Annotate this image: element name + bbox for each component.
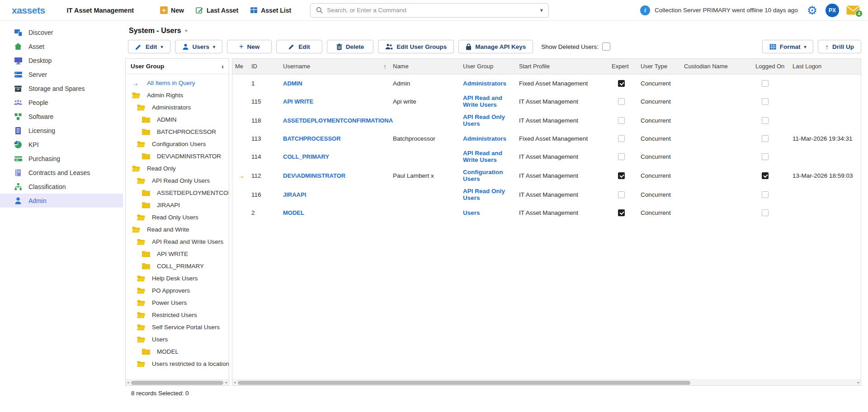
col-name[interactable]: Name	[393, 59, 463, 74]
logged-on-checkbox[interactable]	[762, 135, 769, 142]
tree-item[interactable]: Restricted Users	[126, 309, 229, 321]
new-button[interactable]: + New	[160, 6, 184, 14]
tree-item[interactable]: JIRAAPI	[126, 199, 229, 211]
sidebar-item-storage-and-spares[interactable]: Storage and Spares	[0, 81, 123, 95]
logged-on-checkbox[interactable]	[762, 191, 769, 198]
user-group-link[interactable]: API Read and Write Users	[463, 147, 519, 166]
tree-item-all-items-in-query[interactable]: →All Items in Query	[126, 77, 229, 89]
drill-up-button[interactable]: ↑ Drill Up	[818, 40, 861, 53]
edit-user-groups-button[interactable]: Edit User Groups	[378, 40, 454, 53]
tree-item[interactable]: Users	[126, 333, 229, 346]
expert-checkbox[interactable]	[618, 80, 625, 87]
sidebar-item-asset[interactable]: Asset	[0, 39, 123, 53]
expert-checkbox[interactable]	[618, 98, 625, 105]
logged-on-checkbox[interactable]	[762, 80, 769, 87]
expert-checkbox[interactable]	[618, 172, 625, 179]
sidebar-item-server[interactable]: Server	[0, 67, 123, 81]
tree-item[interactable]: BATCHPROCESSOR	[126, 126, 229, 138]
expert-checkbox[interactable]	[618, 153, 625, 160]
expert-checkbox[interactable]	[618, 135, 625, 142]
tree-item[interactable]: PO Approvers	[126, 284, 229, 297]
logged-on-checkbox[interactable]	[762, 153, 769, 160]
table-row[interactable]: 114 COLL_PRIMARY API Read and Write User…	[232, 147, 861, 166]
tree-item[interactable]: COLL_PRIMARY	[126, 260, 229, 272]
col-last-logon[interactable]: Last Logon	[793, 59, 860, 74]
scrollbar-thumb[interactable]	[131, 381, 223, 385]
expert-checkbox[interactable]	[618, 191, 625, 198]
col-user-group[interactable]: User Group	[463, 59, 519, 74]
tree-item[interactable]: Admin Rights	[126, 89, 229, 101]
tree-item[interactable]: Administrators	[126, 101, 229, 114]
col-logged-on[interactable]: Logged On	[755, 59, 793, 74]
last-asset-button[interactable]: Last Asset	[196, 6, 238, 14]
user-group-link[interactable]: Administrators	[463, 77, 519, 90]
tree-horizontal-scrollbar[interactable]: ◂▸	[126, 379, 229, 385]
asset-list-button[interactable]: Asset List	[250, 6, 291, 14]
collapse-panel-icon[interactable]: ‹	[222, 62, 224, 70]
tree-item[interactable]: MODEL	[126, 346, 229, 358]
col-id[interactable]: ID	[251, 59, 283, 74]
table-row[interactable]: 1 ADMIN Admin Administrators Fixed Asset…	[232, 75, 861, 92]
col-start-profile[interactable]: Start Profile	[519, 59, 612, 74]
username-link[interactable]: MODEL	[283, 207, 393, 219]
sidebar-item-licensing[interactable]: Licensing	[0, 123, 123, 137]
tree-item[interactable]: Power Users	[126, 297, 229, 309]
gear-icon[interactable]: ⚙	[807, 5, 817, 16]
tree-item[interactable]: API WRITE	[126, 248, 229, 260]
scrollbar-thumb[interactable]	[238, 381, 690, 385]
table-row[interactable]: 113 BATCHPROCESSOR Batchprocessor Admini…	[232, 130, 861, 147]
chevron-down-icon[interactable]: ▾	[185, 28, 188, 34]
avatar[interactable]: PX	[826, 4, 839, 17]
col-user-type[interactable]: User Type	[641, 59, 684, 74]
expert-checkbox[interactable]	[618, 209, 625, 216]
grid-horizontal-scrollbar[interactable]: ◂▸	[232, 379, 861, 385]
tree-item[interactable]: DEV\ADMINISTRATOR	[126, 150, 229, 162]
edit-menu-button[interactable]: Edit ▾	[128, 40, 170, 53]
table-row[interactable]: 2 MODEL Users IT Asset Management Concur…	[232, 204, 861, 221]
logged-on-checkbox[interactable]	[762, 172, 769, 179]
table-row-current-user[interactable]: → 112 DEV\ADMINISTRATOR Paul Lambert x C…	[232, 166, 861, 185]
username-link[interactable]: DEV\ADMINISTRATOR	[283, 170, 393, 182]
manage-api-keys-button[interactable]: Manage API Keys	[458, 40, 533, 53]
col-username[interactable]: Username ↑	[283, 59, 393, 74]
sidebar-item-desktop[interactable]: Desktop	[0, 53, 123, 67]
edit-button[interactable]: Edit	[276, 40, 322, 53]
tree-item[interactable]: Help Desk Users	[126, 272, 229, 284]
user-group-link[interactable]: Configuration Users	[463, 166, 519, 185]
sidebar-item-discover[interactable]: Discover	[0, 25, 123, 39]
tree-item[interactable]: ASSETDEPLOYMENTCONFIRMATIONACC	[126, 187, 229, 199]
username-link[interactable]: COLL_PRIMARY	[283, 151, 393, 163]
format-button[interactable]: Format ▾	[762, 40, 814, 53]
tree-item[interactable]: ADMIN	[126, 114, 229, 126]
sidebar-item-kpi[interactable]: KPI	[0, 137, 123, 152]
sidebar-item-software[interactable]: Software	[0, 109, 123, 123]
new-button[interactable]: + New	[227, 40, 272, 53]
table-row[interactable]: 116 JIRAAPI API Read Only Users IT Asset…	[232, 185, 861, 204]
command-search[interactable]: ▾	[310, 3, 549, 18]
tree-item[interactable]: Configuration Users	[126, 138, 229, 150]
user-group-link[interactable]: Administrators	[463, 133, 519, 145]
logged-on-checkbox[interactable]	[762, 209, 769, 216]
delete-button[interactable]: Delete	[327, 40, 374, 53]
tree-item[interactable]: API Read Only Users	[126, 175, 229, 187]
sidebar-item-contracts-and-leases[interactable]: Contracts and Leases	[0, 166, 123, 180]
tree-item[interactable]: Users restricted to a location	[126, 358, 229, 370]
sidebar-item-admin[interactable]: Admin	[0, 194, 123, 208]
user-group-link[interactable]: API Read and Write Users	[463, 92, 519, 111]
search-input[interactable]	[327, 7, 536, 14]
col-expert[interactable]: Expert	[612, 59, 641, 74]
tree-item[interactable]: Read Only	[126, 162, 229, 175]
tree-item[interactable]: API Read and Write Users	[126, 236, 229, 248]
users-menu-button[interactable]: Users ▾	[175, 40, 223, 53]
username-link[interactable]: BATCHPROCESSOR	[283, 133, 393, 145]
expert-checkbox[interactable]	[618, 117, 625, 124]
logged-on-checkbox[interactable]	[762, 117, 769, 124]
chevron-down-icon[interactable]: ▾	[540, 7, 543, 14]
tree-item[interactable]: Read and Write	[126, 223, 229, 236]
username-link[interactable]: JIRAAPI	[283, 189, 393, 201]
mail-button[interactable]: 4	[846, 5, 860, 15]
username-link[interactable]: ASSETDEPLOYMENTCONFIRMATIONACC	[283, 114, 393, 127]
show-deleted-users-checkbox[interactable]	[602, 43, 610, 51]
user-group-link[interactable]: API Read Only Users	[463, 185, 519, 204]
username-link[interactable]: API WRITE	[283, 95, 393, 108]
